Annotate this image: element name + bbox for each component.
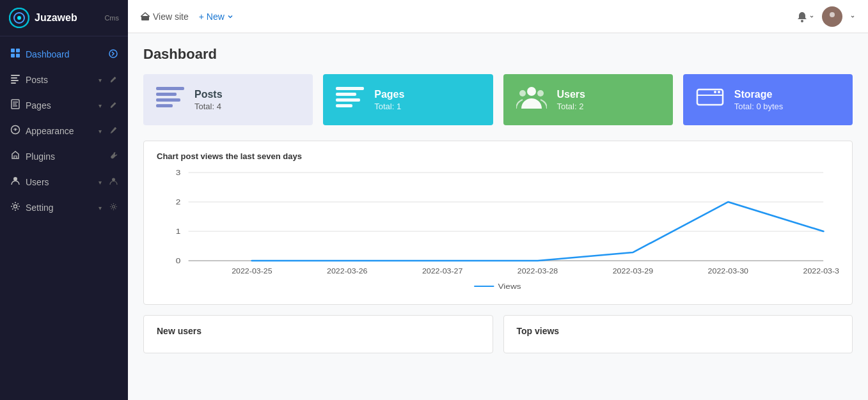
svg-text:0: 0 <box>176 257 181 265</box>
svg-rect-27 <box>156 98 180 102</box>
svg-rect-15 <box>13 104 17 105</box>
sidebar-logo: Juzaweb Cms <box>0 0 128 36</box>
stat-title-storage: Storage <box>734 89 784 100</box>
dashboard-icon <box>10 48 20 61</box>
stat-title-users: Users <box>557 89 585 100</box>
stat-subtitle-pages: Total: 1 <box>374 102 404 111</box>
new-label: + New <box>199 12 225 22</box>
posts-icon <box>10 73 20 86</box>
logo-text: Juzaweb <box>35 12 77 24</box>
stats-row: Posts Total: 4 Pages Total: 1 <box>143 74 853 125</box>
avatar-icon <box>825 9 840 24</box>
stat-info-posts: Posts Total: 4 <box>194 89 223 111</box>
svg-rect-6 <box>16 54 20 58</box>
svg-text:Views: Views <box>498 282 521 290</box>
appearance-icon <box>10 125 20 137</box>
setting-icon <box>10 201 20 214</box>
sidebar-item-posts[interactable]: Posts ▾ <box>0 67 128 93</box>
chart-section: Chart post views the last seven days 3 2… <box>143 141 853 305</box>
view-site-link[interactable]: View site <box>141 12 189 22</box>
dashboard-body: Dashboard Posts Total: 4 Pages <box>128 33 868 400</box>
svg-rect-11 <box>11 82 16 84</box>
top-views-card: Top views <box>503 315 853 353</box>
users-icon <box>10 176 20 188</box>
plugins-wrench-icon <box>109 151 118 162</box>
stat-icon-users <box>516 86 547 114</box>
svg-rect-8 <box>11 75 20 76</box>
svg-text:2022-03-28: 2022-03-28 <box>517 268 558 275</box>
sidebar-item-users[interactable]: Users ▾ <box>0 169 128 195</box>
stat-card-storage[interactable]: Storage Total: 0 bytes <box>683 74 853 125</box>
svg-text:2022-03-27: 2022-03-27 <box>422 268 462 275</box>
logo-icon <box>9 8 29 28</box>
svg-point-17 <box>15 129 17 131</box>
svg-point-19 <box>112 178 115 181</box>
stat-card-users[interactable]: Users Total: 2 <box>503 74 673 125</box>
sidebar-item-label-plugins: Plugins <box>26 151 104 162</box>
stat-card-pages[interactable]: Pages Total: 1 <box>323 74 493 125</box>
svg-text:1: 1 <box>176 227 181 235</box>
user-avatar[interactable] <box>822 6 842 27</box>
sidebar-item-dashboard[interactable]: Dashboard <box>0 42 128 67</box>
stat-info-storage: Storage Total: 0 bytes <box>734 89 784 111</box>
sidebar-item-label-appearance: Appearance <box>26 126 93 136</box>
users-arrow: ▾ <box>99 179 102 186</box>
users-right-icon <box>109 177 118 187</box>
svg-point-24 <box>830 12 835 17</box>
sidebar-item-label-dashboard: Dashboard <box>26 49 104 59</box>
sidebar-item-label-posts: Posts <box>26 75 93 85</box>
setting-gear-icon <box>109 203 118 213</box>
svg-point-18 <box>13 177 17 181</box>
stat-title-pages: Pages <box>374 89 404 100</box>
svg-rect-30 <box>336 93 356 96</box>
main-content: View site + New Dashboard <box>128 0 868 400</box>
new-button[interactable]: + New <box>199 12 233 22</box>
home-icon <box>141 12 150 21</box>
sidebar-item-label-users: Users <box>26 177 93 187</box>
svg-point-38 <box>718 91 720 93</box>
view-site-label: View site <box>153 12 189 22</box>
svg-text:2022-03-29: 2022-03-29 <box>613 268 653 275</box>
chart-svg: 3 2 1 0 2022-03-25 2022-03-26 2022-03-27 <box>157 166 839 294</box>
pages-icon <box>10 99 20 112</box>
svg-point-39 <box>714 91 716 93</box>
notifications-button[interactable] <box>796 11 814 22</box>
svg-rect-31 <box>336 98 360 102</box>
topbar-left: View site + New <box>141 12 786 22</box>
stat-icon-pages <box>336 86 364 114</box>
stat-info-pages: Pages Total: 1 <box>374 89 404 111</box>
svg-rect-5 <box>11 54 15 58</box>
bell-dropdown-icon <box>809 14 814 19</box>
svg-text:2022-03-31: 2022-03-31 <box>803 268 839 275</box>
sidebar-item-appearance[interactable]: Appearance ▾ <box>0 118 128 144</box>
chart-area: 3 2 1 0 2022-03-25 2022-03-26 2022-03-27 <box>157 166 839 294</box>
svg-rect-29 <box>336 87 364 90</box>
stat-icon-storage <box>696 86 724 114</box>
svg-rect-14 <box>13 102 18 103</box>
stat-subtitle-posts: Total: 4 <box>194 102 223 111</box>
chart-title: Chart post views the last seven days <box>157 151 839 161</box>
stat-info-users: Users Total: 2 <box>557 89 585 111</box>
sidebar-item-pages[interactable]: Pages ▾ <box>0 93 128 118</box>
svg-text:2022-03-30: 2022-03-30 <box>708 268 748 275</box>
stat-card-posts[interactable]: Posts Total: 4 <box>143 74 313 125</box>
sidebar-item-label-pages: Pages <box>26 100 93 111</box>
svg-point-35 <box>537 90 544 96</box>
sidebar-item-setting[interactable]: Setting ▾ <box>0 195 128 220</box>
svg-rect-22 <box>141 16 149 20</box>
svg-rect-16 <box>13 105 17 107</box>
sidebar-item-plugins[interactable]: Plugins <box>0 144 128 169</box>
topbar: View site + New <box>128 0 868 33</box>
svg-rect-4 <box>16 49 20 52</box>
svg-rect-3 <box>11 49 15 52</box>
pages-arrow: ▾ <box>99 102 102 109</box>
svg-point-21 <box>113 206 115 208</box>
page-title: Dashboard <box>143 46 853 63</box>
sidebar-nav: Dashboard Posts ▾ Pages ▾ <box>0 36 128 400</box>
pages-edit-icon <box>109 100 118 111</box>
svg-rect-26 <box>156 93 177 96</box>
bell-icon <box>796 11 808 22</box>
stat-subtitle-storage: Total: 0 bytes <box>734 102 784 111</box>
topbar-right <box>796 6 855 27</box>
svg-rect-32 <box>336 104 352 107</box>
